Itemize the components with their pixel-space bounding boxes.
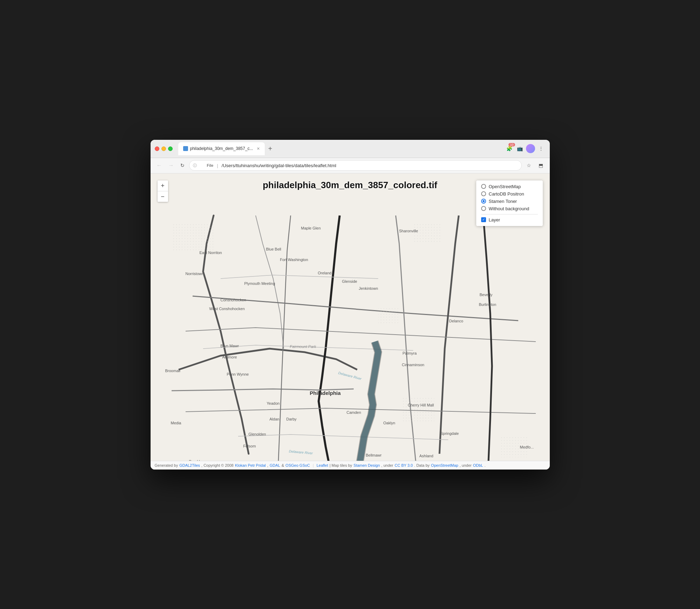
layer-checkbox[interactable] bbox=[481, 217, 486, 222]
layer-checkbox-label: Layer bbox=[489, 217, 500, 223]
layer-label-osm: OpenStreetMap bbox=[489, 184, 521, 189]
close-button[interactable] bbox=[155, 146, 159, 151]
refresh-button[interactable]: ↻ bbox=[179, 162, 186, 169]
layer-divider bbox=[481, 214, 538, 214]
status-text-comma: , bbox=[267, 463, 268, 467]
forward-button[interactable]: → bbox=[167, 161, 176, 170]
browser-window: philadelphia_30m_dem_3857_c... ✕ + 🧩 10 … bbox=[151, 140, 550, 470]
menu-button[interactable]: ⋮ bbox=[536, 144, 546, 153]
title-bar: philadelphia_30m_dem_3857_c... ✕ + 🧩 10 … bbox=[151, 140, 550, 158]
back-button[interactable]: ← bbox=[155, 161, 164, 170]
layer-label-nobg: Without background bbox=[489, 206, 529, 211]
address-security-icon: ⓘ bbox=[193, 163, 197, 168]
address-protocol: File bbox=[207, 163, 214, 167]
address-path: /Users/ttuhinanshu/writing/gdal-tiles/da… bbox=[222, 163, 336, 168]
maximize-button[interactable] bbox=[168, 146, 173, 151]
layer-option-nobg[interactable]: Without background bbox=[481, 206, 538, 211]
zoom-out-button[interactable]: − bbox=[158, 191, 168, 202]
bookmark-button[interactable]: ☆ bbox=[525, 161, 534, 170]
svg-rect-4 bbox=[378, 307, 399, 324]
tab-title: philadelphia_30m_dem_3857_c... bbox=[190, 146, 253, 151]
layer-option-osm[interactable]: OpenStreetMap bbox=[481, 184, 538, 189]
browser-controls: 🧩 10 📺 ⋮ bbox=[502, 144, 546, 153]
layer-checkbox-container[interactable]: Layer bbox=[481, 217, 538, 223]
address-bar-container: ← → ↻ ⓘ File | /Users/ttuhinanshu/writin… bbox=[151, 158, 550, 173]
status-link-klokan[interactable]: Klokan Petr Pridal bbox=[235, 463, 266, 467]
radio-stamen[interactable] bbox=[481, 199, 486, 204]
status-text-generated: Generated by bbox=[155, 463, 178, 467]
tab-close-button[interactable]: ✕ bbox=[257, 146, 260, 151]
new-tab-button[interactable]: + bbox=[266, 145, 275, 153]
address-input[interactable]: ⓘ File | /Users/ttuhinanshu/writing/gdal… bbox=[189, 160, 522, 171]
status-text-under2: , under bbox=[460, 463, 472, 467]
status-link-odbl[interactable]: ODbL bbox=[473, 463, 483, 467]
status-text-maptiles: | Map tiles by bbox=[330, 463, 352, 467]
radio-nobg[interactable] bbox=[481, 206, 486, 211]
status-link-gdal2tiles[interactable]: GDAL2Tiles bbox=[179, 463, 200, 467]
tab-favicon bbox=[183, 146, 188, 151]
active-tab[interactable]: philadelphia_30m_dem_3857_c... ✕ bbox=[178, 142, 265, 155]
traffic-lights bbox=[155, 146, 173, 151]
extensions-badge: 10 bbox=[508, 143, 515, 146]
map-container[interactable]: philadelphia_30m_dem_3857_colored.tif + … bbox=[151, 173, 550, 461]
cast-button[interactable]: 📺 bbox=[515, 144, 525, 153]
status-link-stamen[interactable]: Stamen Design bbox=[354, 463, 380, 467]
svg-rect-3 bbox=[413, 223, 441, 244]
map-title: philadelphia_30m_dem_3857_colored.tif bbox=[263, 180, 437, 191]
status-text-period: . bbox=[485, 463, 486, 467]
status-link-osgeo[interactable]: OSGeo GSoC bbox=[285, 463, 310, 467]
layer-option-stamen[interactable]: Stamen Toner bbox=[481, 199, 538, 204]
svg-rect-5 bbox=[403, 398, 434, 422]
status-text-and: & bbox=[282, 463, 284, 467]
status-link-osm[interactable]: OpenStreetMap bbox=[431, 463, 458, 467]
screen-capture-button[interactable]: ⬒ bbox=[536, 161, 546, 170]
layer-label-carto: CartoDB Positron bbox=[489, 191, 524, 197]
radio-carto[interactable] bbox=[481, 191, 486, 196]
status-link-cc[interactable]: CC BY 3.0 bbox=[395, 463, 413, 467]
extensions-button[interactable]: 🧩 10 bbox=[505, 144, 514, 153]
status-bar: Generated by GDAL2Tiles , Copyright © 20… bbox=[151, 461, 550, 470]
svg-rect-2 bbox=[172, 223, 214, 251]
zoom-controls: + − bbox=[158, 180, 168, 202]
layer-panel: OpenStreetMap CartoDB Positron Stamen To… bbox=[476, 180, 543, 226]
minimize-button[interactable] bbox=[161, 146, 166, 151]
status-link-gdal[interactable]: GDAL bbox=[270, 463, 280, 467]
zoom-in-button[interactable]: + bbox=[158, 180, 168, 191]
status-text-copyright: , Copyright © 2008 bbox=[201, 463, 234, 467]
tab-bar: philadelphia_30m_dem_3857_c... ✕ + bbox=[178, 142, 499, 155]
status-text-data: . Data by bbox=[414, 463, 430, 467]
radio-osm[interactable] bbox=[481, 184, 486, 189]
status-link-leaflet[interactable]: Leaflet bbox=[317, 463, 328, 467]
svg-rect-6 bbox=[501, 436, 529, 457]
layer-option-carto[interactable]: CartoDB Positron bbox=[481, 191, 538, 197]
status-text-under: , under bbox=[381, 463, 393, 467]
layer-label-stamen: Stamen Toner bbox=[489, 199, 517, 204]
profile-icon[interactable] bbox=[526, 144, 535, 153]
